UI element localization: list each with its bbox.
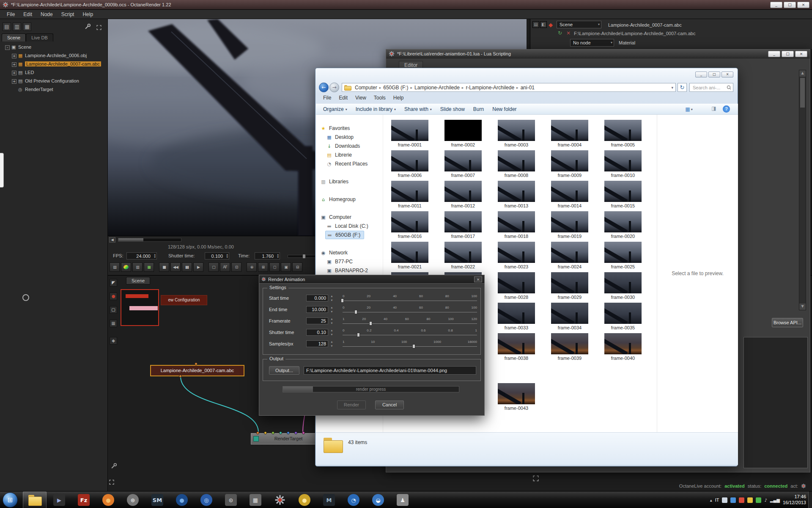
- nav-item-barnapro-2[interactable]: ▣BARNAPRO-2: [325, 266, 371, 275]
- browse-api-button[interactable]: Browse API...: [772, 318, 803, 327]
- texture-tool-icon[interactable]: ▦: [110, 320, 117, 327]
- field-value-input[interactable]: 128: [306, 340, 328, 347]
- render-button[interactable]: Render: [337, 400, 366, 409]
- slider-track[interactable]: [343, 335, 477, 335]
- toolbar-include-in-library[interactable]: Include in library▾: [352, 105, 400, 113]
- file-item-frame-0003[interactable]: frame-0003: [490, 119, 543, 149]
- file-item-frame-0034[interactable]: frame-0034: [543, 302, 596, 332]
- tray-icon-4[interactable]: [747, 497, 753, 503]
- scroll-up-icon[interactable]: ▲: [799, 70, 806, 77]
- tree-expander-icon[interactable]: +: [12, 79, 16, 84]
- explorer-menu-tools[interactable]: Tools: [370, 94, 389, 102]
- material-ball-button[interactable]: ■: [144, 262, 154, 272]
- shutter-time-input[interactable]: 0.100 ▲▼: [205, 252, 229, 260]
- explorer-menu-help[interactable]: Help: [390, 94, 407, 102]
- start-button[interactable]: ⊞: [3, 492, 18, 508]
- tray-language-indicator[interactable]: IT: [715, 497, 719, 502]
- breadcrumb-item-650gb-f[interactable]: 650GB (F:): [381, 85, 410, 91]
- file-item-frame-0010[interactable]: frame-0010: [596, 149, 650, 180]
- menu-edit[interactable]: Edit: [19, 11, 36, 18]
- scrollbar-thumb[interactable]: [800, 78, 805, 108]
- fps-spinner[interactable]: ▲▼: [154, 253, 156, 258]
- output-button[interactable]: Output...: [269, 366, 299, 375]
- preview-pane-button[interactable]: ◨: [710, 105, 718, 113]
- taskbar-explorer[interactable]: [23, 491, 47, 508]
- node-pin-icon[interactable]: [179, 375, 182, 378]
- nav-item-downloads[interactable]: ↓Downloads: [325, 142, 363, 150]
- node-graph-expand-icon[interactable]: [109, 479, 114, 486]
- toolbar-slide-show[interactable]: Slide show: [436, 105, 469, 113]
- rgb-channels-button[interactable]: [121, 262, 131, 272]
- field-slider[interactable]: 110100100016000: [343, 340, 477, 349]
- shutter-spinner[interactable]: ▲▼: [226, 253, 228, 258]
- breadcrumb-item-lampione-archilede[interactable]: Lampione-Archilede: [412, 85, 462, 91]
- file-item-frame-0040[interactable]: frame-0040: [596, 332, 650, 363]
- info-button[interactable]: ⊟: [292, 262, 302, 272]
- chevron-down-icon[interactable]: ▾: [671, 86, 673, 90]
- scroll-down-icon[interactable]: ▼: [799, 304, 806, 310]
- spinner-down-icon[interactable]: ▼: [330, 299, 334, 302]
- explorer-menu-file[interactable]: File: [320, 94, 335, 102]
- zoom-button[interactable]: ⊕: [247, 262, 257, 272]
- field-slider[interactable]: 020406080100: [343, 306, 477, 315]
- nav-item-libraries[interactable]: ▥Libraries: [319, 177, 352, 186]
- node-graph-tab[interactable]: Scene: [126, 277, 150, 284]
- taskbar-utility2[interactable]: ▦: [244, 491, 267, 508]
- slider-handle[interactable]: [354, 310, 357, 314]
- file-item-frame-0006[interactable]: frame-0006: [383, 149, 436, 180]
- taskbar-firefox[interactable]: ●: [96, 491, 120, 508]
- help-button[interactable]: ?: [723, 105, 730, 113]
- nav-item-desktop[interactable]: ▦Desktop: [325, 133, 357, 141]
- taskbar-utility1[interactable]: ⊙: [219, 491, 243, 508]
- tray-hidden-icons-chevron[interactable]: ▴: [710, 498, 712, 502]
- slider-track[interactable]: [343, 312, 477, 312]
- tree-item-scene[interactable]: -▣Scene: [0, 44, 108, 52]
- material-tool-icon[interactable]: ●: [110, 293, 117, 300]
- file-item-frame-0015[interactable]: frame-0015: [596, 180, 650, 210]
- file-item-frame-0018[interactable]: frame-0018: [490, 210, 543, 241]
- maximize-button[interactable]: □: [784, 2, 796, 8]
- back-button[interactable]: ←: [319, 83, 329, 92]
- time-input[interactable]: 1.760 ▲▼: [255, 252, 280, 260]
- node-pin-icon[interactable]: [279, 431, 282, 434]
- field-spinner[interactable]: ▲▼: [330, 318, 334, 325]
- file-item-frame-0005[interactable]: frame-0005: [596, 119, 650, 149]
- search-box[interactable]: [689, 83, 733, 92]
- taskbar-sm-app[interactable]: SM: [145, 491, 169, 508]
- taskbar-app-blue2[interactable]: ◎: [195, 491, 218, 508]
- spinner-up-icon[interactable]: ▲: [330, 318, 334, 320]
- file-item-frame-0004[interactable]: frame-0004: [543, 119, 596, 149]
- tree-expander-icon[interactable]: +: [12, 62, 16, 67]
- file-item-frame-0030[interactable]: frame-0030: [596, 271, 650, 302]
- field-spinner[interactable]: ▲▼: [330, 295, 334, 302]
- taskbar-profile[interactable]: ♟: [391, 491, 414, 508]
- node-pin-icon[interactable]: [287, 431, 290, 434]
- close-button[interactable]: ×: [721, 72, 733, 77]
- tree-item-lampione-archilede-0006-obj[interactable]: +▦Lampione-Archilede_0006.obj: [0, 52, 108, 60]
- inspector-list-icon[interactable]: ▤: [532, 21, 539, 28]
- taskbar-media-player[interactable]: ▶: [47, 491, 71, 508]
- field-value-input[interactable]: 10.000: [306, 306, 328, 313]
- breadcrumb-item-ani-01[interactable]: ani-01: [518, 85, 537, 91]
- menu-script[interactable]: Script: [57, 11, 79, 18]
- selected-node-group[interactable]: [121, 289, 159, 326]
- spinner-down-icon[interactable]: ▼: [330, 333, 334, 336]
- toolbar-burn[interactable]: Burn: [469, 105, 488, 113]
- stop-render-button[interactable]: ■: [159, 262, 169, 272]
- close-button[interactable]: ×: [474, 276, 482, 282]
- address-bar[interactable]: Computer▸650GB (F:)▸Lampione-Archilede▸r…: [342, 83, 676, 92]
- tree-item-old-preview-configuration[interactable]: +▤Old Preview Configuration: [0, 77, 108, 86]
- views-button[interactable]: ▦▾: [683, 105, 695, 113]
- scene-select[interactable]: Scene ▾: [557, 21, 601, 28]
- field-spinner[interactable]: ▲▼: [330, 329, 334, 336]
- file-item-frame-0023[interactable]: frame-0023: [490, 241, 543, 271]
- node-graph-wrench-icon[interactable]: [111, 463, 117, 471]
- select-tool-icon[interactable]: ◤: [110, 279, 117, 287]
- inspector-split-icon[interactable]: ◧: [540, 21, 547, 28]
- tray-icon-5[interactable]: [756, 497, 761, 503]
- breadcrumb-item-r-lampione-archilede[interactable]: r-Lampione-Archilede: [464, 85, 516, 91]
- taskbar-settings[interactable]: ⊛: [121, 491, 145, 508]
- pause-render-button[interactable]: ▮▮: [182, 262, 192, 272]
- tray-icon-2[interactable]: [730, 497, 736, 503]
- time-slider-handle[interactable]: [302, 254, 306, 259]
